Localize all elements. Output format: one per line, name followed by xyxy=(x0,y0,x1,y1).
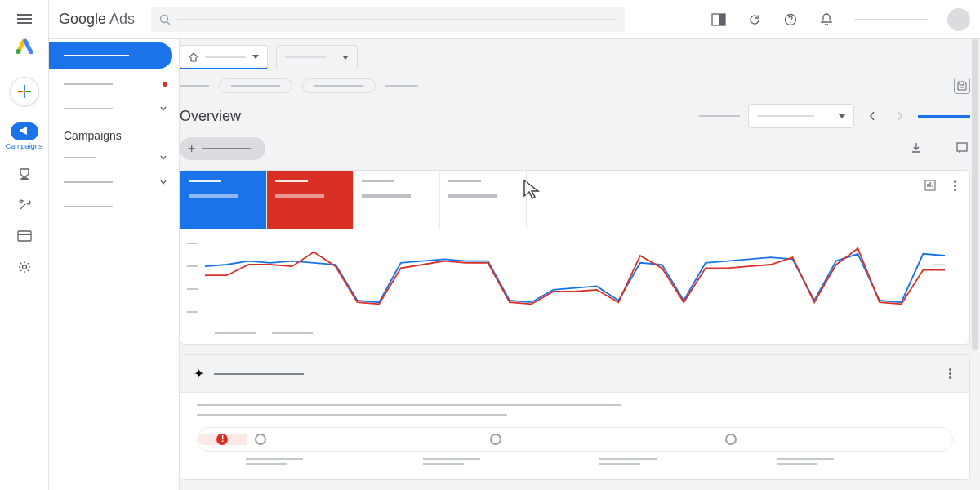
card-icon xyxy=(17,229,32,243)
gear-icon xyxy=(17,260,32,274)
nav-admin[interactable] xyxy=(17,260,32,274)
sidepanel-item[interactable] xyxy=(49,194,179,219)
create-button[interactable] xyxy=(10,77,39,106)
svg-rect-5 xyxy=(18,231,31,241)
step-4[interactable] xyxy=(717,434,952,445)
search-input[interactable] xyxy=(151,7,625,32)
nav-campaigns[interactable]: Campaigns xyxy=(6,122,43,150)
svg-rect-10 xyxy=(719,14,725,25)
chart-axis-hint xyxy=(933,264,945,265)
sidepanel-section-campaigns: Campaigns xyxy=(49,121,179,145)
google-ads-logo-icon xyxy=(16,38,33,57)
svg-rect-2 xyxy=(18,91,22,92)
sidepanel-item[interactable] xyxy=(49,96,179,121)
tools-icon xyxy=(17,198,32,212)
save-icon[interactable] xyxy=(954,78,970,94)
step-2[interactable] xyxy=(247,434,482,445)
feedback-icon[interactable] xyxy=(956,141,970,156)
alert-dot-icon xyxy=(163,82,167,87)
alert-icon xyxy=(216,434,228,445)
crumb xyxy=(180,85,209,87)
add-filter-button[interactable]: + xyxy=(180,137,265,160)
hamburger-menu-icon[interactable] xyxy=(17,11,32,23)
prev-button[interactable] xyxy=(862,106,882,126)
svg-point-7 xyxy=(22,265,26,270)
performance-chart xyxy=(180,229,969,344)
plus-icon: + xyxy=(188,141,195,156)
sidepanel-item[interactable] xyxy=(49,170,179,194)
metric-tab-1[interactable] xyxy=(180,171,267,229)
step-1[interactable] xyxy=(198,434,247,445)
home-icon xyxy=(189,52,198,62)
side-panel: Campaigns xyxy=(49,39,180,490)
daterange-dropdown[interactable] xyxy=(748,104,854,128)
help-icon[interactable] xyxy=(782,11,799,28)
scrollbar[interactable] xyxy=(972,39,978,350)
chevron-down-icon xyxy=(159,178,167,186)
nav-campaigns-label: Campaigns xyxy=(6,142,43,150)
chevron-down-icon xyxy=(839,114,845,118)
chevron-down-icon xyxy=(159,154,167,162)
metric-tab-3[interactable] xyxy=(354,171,440,229)
performance-card xyxy=(180,170,970,345)
svg-rect-13 xyxy=(957,143,967,151)
scope-toolbar xyxy=(180,39,970,75)
step-3[interactable] xyxy=(482,434,717,445)
brand-text: Google Ads xyxy=(59,11,135,28)
crumb-pill[interactable] xyxy=(219,78,292,93)
nav-goals[interactable] xyxy=(17,167,32,181)
svg-point-0 xyxy=(16,49,20,54)
search-icon xyxy=(159,14,171,25)
nav-billing[interactable] xyxy=(17,229,32,243)
chevron-down-icon xyxy=(252,55,259,59)
chevron-down-icon xyxy=(159,105,167,113)
notifications-icon[interactable] xyxy=(818,11,835,28)
svg-rect-3 xyxy=(22,91,25,92)
breadcrumb xyxy=(180,75,970,96)
chevron-down-icon xyxy=(342,56,349,60)
sidepanel-active-item[interactable] xyxy=(49,42,172,69)
recommendations-card: ✦ xyxy=(180,354,970,480)
metric-tab-4[interactable] xyxy=(440,171,527,229)
avatar[interactable] xyxy=(947,8,970,31)
account-label xyxy=(854,19,928,20)
svg-rect-6 xyxy=(18,234,31,235)
nav-tools[interactable] xyxy=(17,198,32,212)
crumb xyxy=(385,85,418,87)
more-icon[interactable] xyxy=(943,368,956,381)
sidepanel-item[interactable] xyxy=(49,145,179,170)
sidepanel-item[interactable] xyxy=(49,72,179,96)
more-icon[interactable] xyxy=(948,179,961,192)
expand-chart-icon[interactable] xyxy=(924,179,937,192)
svg-rect-4 xyxy=(25,91,31,92)
page-title: Overview xyxy=(180,108,241,125)
svg-point-8 xyxy=(161,15,168,22)
refresh-icon[interactable] xyxy=(746,11,763,28)
appearance-icon[interactable] xyxy=(710,11,727,28)
megaphone-icon xyxy=(11,122,38,140)
trophy-icon xyxy=(17,167,32,181)
sparkle-icon: ✦ xyxy=(194,366,204,381)
next-button[interactable] xyxy=(890,106,910,126)
svg-point-12 xyxy=(790,21,791,22)
download-icon[interactable] xyxy=(910,141,924,156)
crumb-pill[interactable] xyxy=(302,78,376,93)
optimization-stepper[interactable] xyxy=(197,427,953,452)
metric-tab-2[interactable] xyxy=(267,171,354,229)
account-dropdown[interactable] xyxy=(180,45,268,69)
campaign-dropdown[interactable] xyxy=(276,45,358,69)
active-indicator xyxy=(918,115,970,118)
date-label xyxy=(699,115,740,117)
